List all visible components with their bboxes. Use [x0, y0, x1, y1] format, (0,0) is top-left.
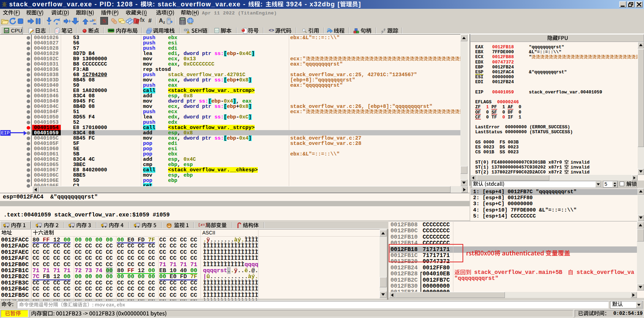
svg-text:32: 32	[5, 29, 8, 32]
svg-text:<>: <>	[215, 30, 218, 32]
svg-text:!: !	[188, 31, 189, 33]
